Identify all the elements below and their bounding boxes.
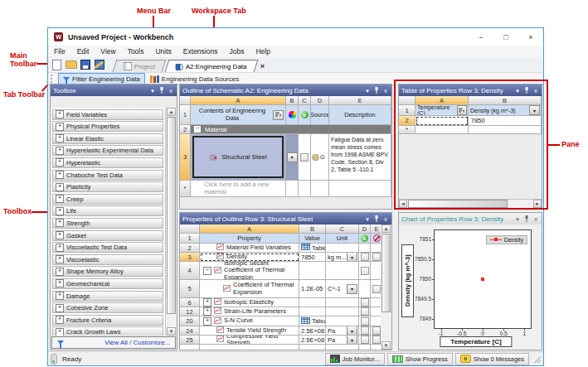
checkbox[interactable] bbox=[361, 307, 369, 316]
dropdown-icon[interactable]: ▾ bbox=[347, 284, 357, 294]
density-header-cell[interactable]: Density (kg m^-3) ▾ bbox=[469, 105, 542, 116]
scroll-up-icon[interactable]: ▲ bbox=[381, 225, 391, 233]
material-group-row[interactable]: − Material bbox=[191, 125, 391, 134]
save-project-button[interactable] bbox=[78, 59, 92, 71]
property-name-cell[interactable]: Coefficient of Thermal Expansion bbox=[200, 280, 299, 298]
pane-menu-chevron-icon[interactable]: ▾ bbox=[364, 88, 371, 94]
checkbox[interactable] bbox=[361, 317, 369, 326]
property-name-cell[interactable]: +Strain-Life Parameters bbox=[200, 307, 299, 316]
expand-icon[interactable]: + bbox=[56, 207, 64, 215]
expand-icon[interactable]: + bbox=[56, 304, 64, 312]
checkbox[interactable] bbox=[300, 153, 309, 162]
expand-icon[interactable]: + bbox=[56, 244, 64, 252]
unit-cell[interactable] bbox=[326, 298, 359, 307]
property-name-cell[interactable]: −Isotropic Secant Coefficient of Thermal… bbox=[200, 262, 299, 280]
value-cell[interactable]: 2.5E+08 bbox=[299, 326, 326, 336]
checkbox[interactable] bbox=[361, 253, 369, 261]
dropdown-icon[interactable]: ▾ bbox=[529, 105, 540, 115]
save-as-button[interactable] bbox=[92, 59, 106, 71]
horizontal-scrollbar[interactable]: ◄ ► bbox=[399, 199, 542, 209]
resize-grip[interactable] bbox=[533, 355, 541, 363]
expand-icon[interactable]: + bbox=[56, 279, 64, 287]
menu-item-jobs[interactable]: Jobs bbox=[223, 47, 250, 56]
unit-cell[interactable]: Pa▾ bbox=[326, 326, 359, 336]
open-project-button[interactable] bbox=[64, 59, 78, 71]
value-cell[interactable] bbox=[299, 262, 326, 280]
pane-pin-icon[interactable] bbox=[158, 87, 165, 94]
contents-header-cell[interactable]: Contents of Engineering Data bbox=[191, 105, 286, 125]
expand-icon[interactable]: + bbox=[203, 307, 211, 316]
value-cell[interactable] bbox=[299, 307, 326, 316]
properties-scrollbar[interactable]: ▲ ▼ bbox=[381, 225, 391, 350]
pane-pin-icon[interactable] bbox=[373, 87, 380, 94]
pane-pin-icon[interactable] bbox=[373, 215, 380, 223]
unit-cell[interactable]: kg m...▾ bbox=[326, 253, 359, 262]
dropdown-icon[interactable]: ▾ bbox=[287, 152, 298, 162]
toolbox-scrollbar[interactable]: ▲ ▼ bbox=[166, 108, 177, 336]
expand-icon[interactable]: + bbox=[56, 316, 64, 324]
expand-icon[interactable]: + bbox=[56, 195, 64, 203]
temperature-value-cell[interactable] bbox=[415, 116, 469, 126]
show-messages-button[interactable]: 0 Show 0 Messages bbox=[455, 353, 529, 365]
maximize-button[interactable]: □ bbox=[493, 28, 518, 46]
expand-icon[interactable]: + bbox=[56, 110, 64, 118]
structural-steel-cell[interactable]: Structural Steel bbox=[192, 136, 284, 178]
toolbox-item[interactable]: +Creep bbox=[52, 194, 163, 205]
property-name-cell[interactable]: Compressive Yield Strength bbox=[200, 336, 299, 345]
expand-icon[interactable]: + bbox=[203, 317, 211, 326]
toolbox-item[interactable]: +Chaboche Test Data bbox=[52, 170, 163, 181]
source-cell[interactable]: G bbox=[311, 134, 329, 181]
checkbox[interactable] bbox=[372, 326, 381, 335]
pane-menu-chevron-icon[interactable]: ▾ bbox=[514, 88, 521, 94]
tab-engineering-data[interactable]: A2:Engineering Data bbox=[164, 60, 258, 72]
menu-item-units[interactable]: Units bbox=[149, 47, 177, 56]
unit-cell[interactable] bbox=[326, 262, 359, 280]
expand-icon[interactable]: + bbox=[56, 134, 64, 142]
show-progress-button[interactable]: Show Progress bbox=[387, 353, 453, 365]
description-cell[interactable]: Fatigue Data at zero mean stress comes f… bbox=[329, 134, 391, 181]
empty-cell[interactable] bbox=[415, 126, 469, 134]
unit-cell[interactable] bbox=[326, 316, 359, 326]
expand-icon[interactable]: + bbox=[56, 231, 64, 239]
toolbox-item[interactable]: +Hyperelastic bbox=[52, 157, 163, 168]
pane-close-icon[interactable]: x bbox=[382, 88, 389, 94]
scroll-up-icon[interactable]: ▲ bbox=[167, 108, 176, 116]
view-all-customize-link[interactable]: View All / Customize... bbox=[104, 339, 170, 346]
unit-cell[interactable] bbox=[326, 244, 359, 253]
checkbox[interactable] bbox=[361, 298, 369, 307]
toolbox-item[interactable]: +Damage bbox=[52, 291, 163, 302]
scroll-down-icon[interactable]: ▼ bbox=[167, 327, 176, 336]
checkbox[interactable] bbox=[372, 336, 381, 344]
expand-icon[interactable]: + bbox=[56, 328, 64, 336]
density-value-cell[interactable]: 7850 bbox=[469, 116, 542, 126]
pane-close-icon[interactable]: x bbox=[168, 88, 174, 94]
properties-scroll-thumb[interactable] bbox=[381, 234, 391, 312]
pane-menu-chevron-icon[interactable]: ▾ bbox=[514, 216, 521, 222]
toolbox-item[interactable]: +Shape Memory Alloy bbox=[52, 266, 163, 277]
toolbox-item[interactable]: +Geomechanical bbox=[52, 278, 163, 289]
value-cell[interactable]: Tabular bbox=[299, 316, 326, 326]
scroll-right-icon[interactable]: ► bbox=[533, 200, 542, 208]
value-cell[interactable]: 2.5E+08 bbox=[299, 336, 326, 345]
expand-icon[interactable]: + bbox=[56, 158, 64, 167]
expand-icon[interactable]: + bbox=[56, 219, 64, 227]
checkbox[interactable] bbox=[361, 336, 369, 344]
pane-menu-chevron-icon[interactable]: ▾ bbox=[364, 216, 371, 222]
menu-item-edit[interactable]: Edit bbox=[71, 47, 95, 56]
expand-icon[interactable]: + bbox=[203, 298, 211, 307]
toolbox-item[interactable]: +Gasket bbox=[52, 230, 163, 241]
checkbox[interactable] bbox=[361, 326, 369, 335]
collapse-icon[interactable]: − bbox=[193, 125, 202, 133]
checkbox[interactable] bbox=[372, 253, 381, 261]
pane-pin-icon[interactable] bbox=[523, 87, 530, 94]
empty-cell[interactable] bbox=[469, 126, 542, 134]
close-button[interactable]: × bbox=[518, 28, 543, 46]
value-cell[interactable]: 1.2E-05 bbox=[299, 280, 326, 298]
property-name-cell[interactable]: +Isotropic Elasticity bbox=[200, 298, 299, 307]
property-name-cell[interactable]: Material Field Variables bbox=[200, 244, 299, 253]
temperature-header-cell[interactable]: Temperature (C) bbox=[415, 105, 469, 116]
pane-close-icon[interactable]: x bbox=[382, 216, 389, 222]
toolbox-item[interactable]: +Fracture Criteria bbox=[52, 315, 163, 326]
dropdown-icon[interactable]: ▾ bbox=[347, 326, 357, 336]
value-cell[interactable]: 7850 bbox=[299, 253, 326, 262]
